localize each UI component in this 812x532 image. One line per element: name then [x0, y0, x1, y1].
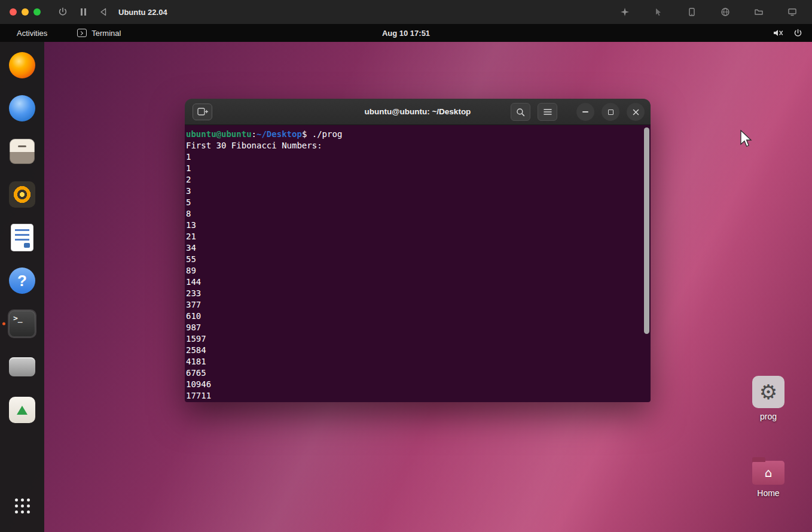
vm-device-button[interactable]	[682, 5, 702, 19]
system-app-icon	[9, 357, 35, 376]
traffic-lights	[10, 8, 41, 16]
activities-button[interactable]: Activities	[12, 27, 52, 39]
help-icon: ?	[9, 267, 35, 294]
close-window-button[interactable]	[10, 8, 17, 16]
terminal-output-line: 8	[186, 208, 642, 220]
terminal-output-line: 34	[186, 242, 642, 254]
terminal-titlebar-buttons	[511, 103, 645, 121]
dock: ? >_	[0, 42, 44, 532]
terminal-search-button[interactable]	[511, 103, 530, 121]
rhythmbox-icon	[9, 181, 35, 208]
desktop-icon-prog[interactable]: ⚙ prog	[749, 376, 787, 421]
terminal-maximize-button[interactable]	[602, 103, 619, 121]
terminal-scrollbar[interactable]	[644, 126, 649, 400]
power-menu-icon	[793, 29, 802, 38]
dock-item-terminal[interactable]: >_	[8, 309, 36, 338]
terminal-menu-button[interactable]	[538, 103, 557, 121]
terminal-output-line: 89	[186, 265, 642, 276]
terminal-output-line: 55	[186, 254, 642, 265]
system-status-area[interactable]	[773, 28, 802, 38]
volume-muted-icon	[773, 28, 784, 38]
dock-item-firefox[interactable]	[8, 51, 36, 80]
maximize-icon	[608, 110, 613, 115]
dock-item-libreoffice-writer[interactable]	[8, 223, 36, 252]
terminal-output-line: 987	[186, 322, 642, 333]
terminal-output-line: 2584	[186, 345, 642, 356]
clock-button[interactable]: Aug 10 17:51	[382, 29, 430, 38]
vm-power-button[interactable]	[53, 5, 73, 19]
macos-titlebar: Ubuntu 22.04	[0, 0, 812, 24]
terminal-scrollbar-thumb[interactable]	[644, 127, 649, 334]
vm-pause-button[interactable]	[73, 5, 93, 19]
terminal-output-area[interactable]: ubuntu@ubuntu:~/Desktop$ ./prog First 30…	[185, 125, 651, 402]
new-tab-button[interactable]	[193, 104, 212, 120]
focused-app-indicator[interactable]: Terminal	[77, 29, 121, 38]
new-tab-icon	[197, 108, 208, 116]
terminal-window-title: ubuntu@ubuntu: ~/Desktop	[365, 107, 471, 116]
dock-item-app-grid[interactable]	[8, 491, 36, 520]
vm-toolbar	[615, 5, 802, 19]
minimize-icon	[582, 111, 588, 113]
globe-icon	[721, 7, 730, 17]
files-icon	[10, 139, 35, 164]
terminal-output-line: 610	[186, 311, 642, 322]
home-folder-icon: ⌂	[752, 461, 784, 485]
power-icon	[58, 7, 68, 17]
app-grid-icon	[15, 498, 30, 513]
thunderbird-icon	[9, 95, 35, 121]
dock-item-files[interactable]	[8, 137, 36, 166]
ubuntu-software-icon	[9, 397, 35, 423]
terminal-minimize-button[interactable]	[576, 103, 594, 121]
vm-back-button[interactable]	[93, 5, 114, 19]
dock-item-thunderbird[interactable]	[8, 94, 36, 123]
vm-pointer-button[interactable]	[648, 5, 668, 19]
cursor-icon	[654, 7, 663, 17]
libreoffice-writer-icon	[11, 224, 33, 251]
terminal-prompt-line: ubuntu@ubuntu:~/Desktop$ ./prog	[186, 129, 642, 140]
dock-item-help[interactable]: ?	[8, 266, 36, 295]
prompt-command: ./prog	[307, 129, 342, 139]
terminal-output-line: 6765	[186, 367, 642, 379]
desktop-icon-home-label: Home	[749, 488, 787, 498]
terminal-output-line: 144	[186, 276, 642, 288]
vm-network-button[interactable]	[715, 5, 735, 19]
folder-icon	[754, 7, 764, 17]
hamburger-menu-icon	[544, 108, 552, 115]
terminal-output-line: 1	[186, 151, 642, 163]
firefox-icon	[9, 52, 35, 78]
terminal-output-header: First 30 Fibonacci Numbers:	[186, 140, 642, 151]
gear-icon: ⚙	[759, 380, 777, 404]
terminal-output-numbers: 1123581321345589144233377610987159725844…	[186, 151, 642, 402]
vm-resize-button[interactable]	[615, 5, 635, 19]
terminal-output-line: 5	[186, 197, 642, 208]
terminal-titlebar[interactable]: ubuntu@ubuntu: ~/Desktop	[185, 99, 651, 125]
vm-share-button[interactable]	[749, 5, 769, 19]
terminal-output-line: 233	[186, 288, 642, 299]
desktop-icon-home[interactable]: ⌂ Home	[749, 454, 787, 498]
terminal-output-line: 1597	[186, 333, 642, 345]
dock-item-ubuntu-software[interactable]	[8, 396, 36, 424]
search-icon	[516, 108, 525, 117]
terminal-output-line: 13	[186, 220, 642, 231]
terminal-close-button[interactable]	[627, 103, 645, 121]
dock-item-system[interactable]	[8, 352, 36, 381]
pause-icon	[81, 8, 83, 16]
terminal-output-line: 4181	[186, 356, 642, 367]
sparkle-icon	[620, 7, 630, 17]
vm-display-button[interactable]	[782, 5, 802, 19]
house-icon: ⌂	[765, 466, 773, 480]
minimize-window-button[interactable]	[22, 8, 29, 16]
vm-window-title: Ubuntu 22.04	[118, 8, 167, 17]
dock-item-rhythmbox[interactable]	[8, 180, 36, 209]
display-icon	[787, 7, 797, 17]
terminal-icon: >_	[9, 311, 35, 337]
terminal-app-icon	[77, 29, 87, 37]
terminal-output-line: 1	[186, 163, 642, 174]
desktop-icon-prog-label: prog	[749, 412, 787, 421]
tablet-icon	[687, 7, 697, 17]
terminal-output-line: 2	[186, 174, 642, 186]
terminal-output-line: 21	[186, 231, 642, 242]
fullscreen-window-button[interactable]	[33, 8, 41, 16]
software-leaf-glyph	[17, 406, 28, 415]
ubuntu-top-panel: Activities Terminal Aug 10 17:51	[0, 24, 812, 42]
